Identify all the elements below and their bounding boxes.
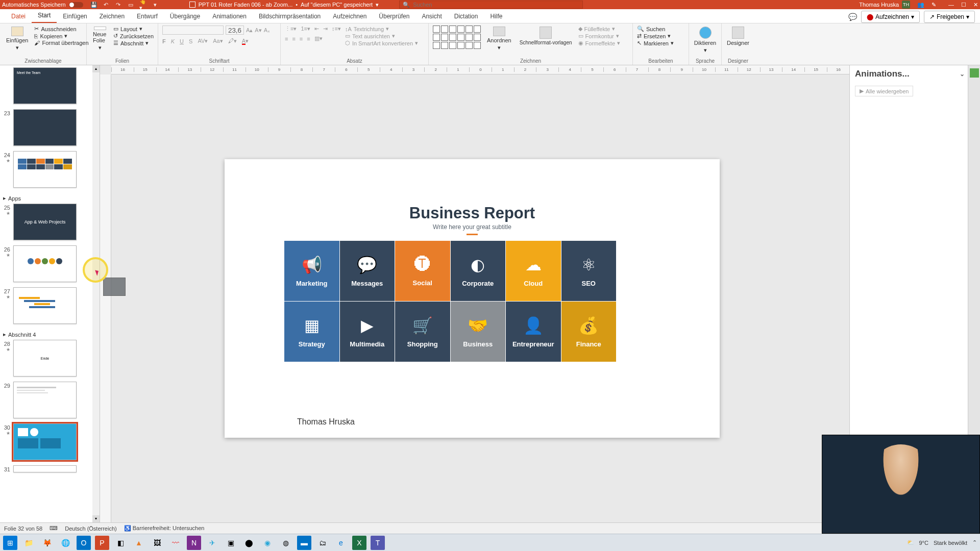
numbering-icon[interactable]: 1≡▾	[301, 26, 310, 32]
copy-button[interactable]: ⎘ Kopieren ▾	[34, 33, 88, 39]
shape-fill-button[interactable]: ◆ Fülleffekte ▾	[578, 26, 621, 32]
replace-button[interactable]: ⇄ Ersetzen ▾	[637, 33, 684, 39]
taskbar-powerpoint-icon[interactable]: P	[95, 536, 109, 550]
tab-animationen[interactable]: Animationen	[206, 10, 253, 23]
taskbar-chrome-icon[interactable]: 🌐	[58, 536, 72, 550]
status-slide[interactable]: Folie 32 von 58	[4, 525, 42, 532]
share-button[interactable]: ↗Freigeben▾	[924, 11, 975, 23]
arrange-button[interactable]: Anordnen▾	[485, 26, 513, 52]
font-size-input[interactable]	[226, 26, 244, 35]
slide-thumb-22[interactable]: Meet the Team	[13, 67, 77, 104]
tile-messages[interactable]: 💬Messages	[340, 241, 395, 301]
shrink-font-icon[interactable]: A▾	[255, 27, 261, 34]
new-slide-button[interactable]: Neue Folie▾	[91, 26, 109, 52]
pane-dropdown-icon[interactable]: ⌄	[960, 70, 965, 78]
text-align-button[interactable]: ▭ Text ausrichten ▾	[345, 33, 418, 39]
italic-button[interactable]: K	[171, 38, 175, 44]
slide-thumb-31[interactable]	[13, 465, 77, 472]
autosave-toggle[interactable]	[69, 2, 83, 8]
columns-icon[interactable]: ▥▾	[314, 35, 323, 42]
slide-title[interactable]: Business Report	[225, 204, 720, 222]
tile-corporate[interactable]: ◐Corporate	[451, 241, 506, 301]
slide-thumb-27[interactable]	[13, 287, 77, 324]
maximize-icon[interactable]: ☐	[961, 2, 966, 8]
taskbar-app2-icon[interactable]: 〰	[168, 536, 183, 550]
justify-icon[interactable]: ≡	[307, 36, 310, 42]
ink-icon[interactable]: ✎	[932, 2, 936, 8]
search-box[interactable]: 🔍	[399, 1, 583, 9]
taskbar-vlc-icon[interactable]: ▲	[132, 536, 146, 550]
strike-button[interactable]: S	[189, 38, 192, 44]
dictate-button[interactable]: Diktieren▾	[693, 26, 717, 55]
text-direction-button[interactable]: ↕A Textrichtung ▾	[345, 26, 418, 32]
meet-now-icon[interactable]: 👥	[917, 2, 924, 8]
taskbar-outlook-icon[interactable]: O	[77, 536, 91, 550]
start-button[interactable]: ⊞	[3, 536, 17, 550]
close-icon[interactable]: ✕	[973, 2, 978, 8]
tile-seo[interactable]: ⚛SEO	[561, 241, 617, 301]
slide-subtitle[interactable]: Write here your great subtitle	[225, 223, 720, 231]
tile-finance[interactable]: 💰Finance	[561, 302, 617, 362]
tab-ansicht[interactable]: Ansicht	[415, 10, 448, 23]
shapes-gallery[interactable]	[433, 26, 481, 52]
layout-button[interactable]: ▭ Layout ▾	[113, 26, 154, 32]
taskbar-app7-icon[interactable]: 🗂	[315, 536, 330, 550]
minimize-icon[interactable]: —	[948, 2, 954, 8]
section-apps[interactable]: ▸ Apps	[2, 193, 91, 204]
tab-einfuegen[interactable]: Einfügen	[57, 10, 93, 23]
tile-strategy[interactable]: ▦Strategy	[284, 302, 339, 362]
taskbar-telegram-icon[interactable]: ✈	[205, 536, 219, 550]
indent-icon[interactable]: ⇥	[323, 26, 328, 32]
highlight-button[interactable]: 🖍▾	[228, 38, 237, 44]
weather-text[interactable]: Stark bewölkt	[934, 540, 967, 546]
tab-datei[interactable]: Datei	[5, 10, 32, 23]
redo-icon[interactable]: ↷	[115, 1, 122, 8]
weather-icon[interactable]: ⛅	[907, 539, 914, 546]
taskbar-explorer-icon[interactable]: 📁	[21, 536, 36, 550]
taskbar-excel-icon[interactable]: X	[352, 536, 366, 550]
slide-thumb-29[interactable]	[13, 382, 77, 418]
undo-icon[interactable]: ↶	[103, 1, 110, 8]
slide-thumb-28[interactable]: Ende	[13, 340, 77, 377]
format-painter-button[interactable]: 🖌 Format übertragen	[34, 40, 88, 46]
cut-button[interactable]: ✂ Ausschneiden	[34, 26, 88, 32]
taskbar-app3-icon[interactable]: ▣	[224, 536, 238, 550]
tile-multimedia[interactable]: ▶Multimedia	[340, 302, 395, 362]
status-lang[interactable]: Deutsch (Österreich)	[65, 525, 116, 532]
side-rail-icon[interactable]	[970, 68, 979, 78]
quick-styles-button[interactable]: Schnellformat-vorlagen	[518, 26, 574, 52]
tab-ueberpruefen[interactable]: Überprüfen	[373, 10, 415, 23]
tab-dictation[interactable]: Dictation	[448, 10, 484, 23]
taskbar-teams-icon[interactable]: T	[371, 536, 385, 550]
paste-button[interactable]: Einfügen▾	[4, 26, 30, 52]
tab-bildschirm[interactable]: Bildschirmpräsentation	[253, 10, 327, 23]
slide-thumb-26[interactable]	[13, 245, 77, 282]
align-center-icon[interactable]: ≡	[292, 36, 295, 42]
grow-font-icon[interactable]: A▴	[246, 27, 253, 34]
play-all-button[interactable]: ▶ Alle wiedergeben	[855, 86, 913, 96]
record-button[interactable]: ⬤Aufzeichnen▾	[861, 11, 920, 23]
slide-thumb-30[interactable]	[13, 423, 77, 460]
tab-aufzeichnen[interactable]: Aufzeichnen	[327, 10, 373, 23]
tab-start[interactable]: Start	[32, 9, 57, 23]
taskbar-app6-icon[interactable]: ▬	[297, 536, 311, 550]
tab-zeichnen[interactable]: Zeichnen	[93, 10, 131, 23]
shape-effects-button[interactable]: ◉ Formeffekte ▾	[578, 40, 621, 46]
filename[interactable]: PPT 01 Roter Faden 006 - ab Zoom...	[199, 2, 292, 8]
tile-entrepreneur[interactable]: 👤Entrepreneur	[506, 302, 561, 362]
slide-thumb-25[interactable]: App & Web Projects	[13, 204, 77, 240]
tray-chevron-icon[interactable]: ⌃	[972, 539, 977, 546]
select-button[interactable]: ↖ Markieren ▾	[637, 40, 684, 46]
font-family-input[interactable]	[162, 26, 224, 35]
saved-location[interactable]: Auf "diesem PC" gespeichert	[301, 2, 373, 8]
line-spacing-icon[interactable]: ↕≡▾	[332, 26, 341, 32]
slide-canvas[interactable]: Business Report Write here your great su…	[225, 159, 720, 438]
tile-business[interactable]: 🤝Business	[451, 302, 506, 362]
shape-outline-button[interactable]: ▭ Formkontur ▾	[578, 33, 621, 39]
shadow-button[interactable]: AV▾	[198, 38, 208, 44]
weather-temp[interactable]: 9°C	[919, 540, 928, 546]
underline-button[interactable]: U	[180, 38, 184, 44]
taskbar-photos-icon[interactable]: 🖼	[150, 536, 164, 550]
designer-button[interactable]: Designer	[726, 26, 750, 47]
tab-uebergaenge[interactable]: Übergänge	[164, 10, 206, 23]
